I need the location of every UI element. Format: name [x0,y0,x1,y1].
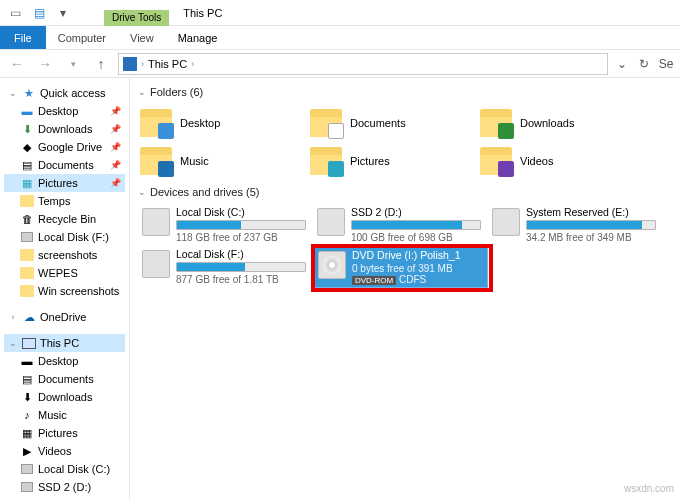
search-icon[interactable]: Se [658,56,674,72]
sidebar-onedrive[interactable]: › ☁ OneDrive [4,308,125,326]
collapse-icon[interactable]: ⌄ [8,88,18,98]
sidebar-pc-ssd2[interactable]: SSD 2 (D:) [4,478,125,496]
capacity-bar [351,220,481,230]
tab-view[interactable]: View [118,26,166,49]
sidebar-item-documents[interactable]: ▤Documents📌 [4,156,125,174]
sidebar-pc-local-c[interactable]: Local Disk (C:) [4,460,125,478]
content-pane: ⌄ Folders (6) Desktop Documents Download… [130,78,680,500]
music-icon: ♪ [20,408,34,422]
address-bar[interactable]: › This PC › [118,53,608,75]
chevron-right-icon[interactable]: › [191,59,194,69]
videos-icon: ▶ [20,444,34,458]
new-folder-icon[interactable]: ▾ [52,2,74,24]
folder-icon [310,109,342,137]
sidebar-this-pc[interactable]: ⌄ This PC [4,334,125,352]
folder-icon [480,147,512,175]
drive-local-c[interactable]: Local Disk (C:) 118 GB free of 237 GB [138,204,313,246]
dvd-rom-badge: DVD-ROM [352,276,396,285]
chevron-right-icon[interactable]: › [141,59,144,69]
address-bar-row: ← → ▾ ↑ › This PC › ⌄ ↻ Se [0,50,680,78]
watermark: wsxdn.com [624,483,674,494]
sidebar-pc-videos[interactable]: ▶Videos [4,442,125,460]
sidebar-pc-documents[interactable]: ▤Documents [4,370,125,388]
sidebar-item-downloads[interactable]: ⬇Downloads📌 [4,120,125,138]
downloads-icon: ⬇ [20,390,34,404]
sidebar-item-temps[interactable]: Temps [4,192,125,210]
collapse-icon[interactable]: ⌄ [138,87,146,97]
file-tab[interactable]: File [0,26,46,49]
group-header-folders[interactable]: ⌄ Folders (6) [138,86,672,98]
nav-back-button[interactable]: ← [6,53,28,75]
folders-grid: Desktop Documents Downloads Music Pictur… [138,104,672,180]
folder-icon [20,285,34,297]
sidebar-item-wepes[interactable]: WEPES [4,264,125,282]
window-title: This PC [183,7,222,19]
drives-grid: Local Disk (C:) 118 GB free of 237 GB SS… [138,204,672,288]
main-split: ⌄ ★ Quick access ▬Desktop📌 ⬇Downloads📌 ◆… [0,78,680,500]
sidebar-item-google-drive[interactable]: ◆Google Drive📌 [4,138,125,156]
properties-icon[interactable]: ▤ [28,2,50,24]
hdd-icon [142,250,170,278]
sidebar-item-desktop[interactable]: ▬Desktop📌 [4,102,125,120]
folder-pictures[interactable]: Pictures [308,142,478,180]
sidebar-pc-music[interactable]: ♪Music [4,406,125,424]
hdd-icon [142,208,170,236]
folder-documents[interactable]: Documents [308,104,478,142]
tab-computer[interactable]: Computer [46,26,118,49]
drive-system-reserved-e[interactable]: System Reserved (E:) 34.2 MB free of 349… [488,204,663,246]
pin-icon: 📌 [110,178,121,188]
sidebar-item-recycle-bin[interactable]: 🗑Recycle Bin [4,210,125,228]
folder-icon [140,147,172,175]
drive-ssd2-d[interactable]: SSD 2 (D:) 100 GB free of 698 GB [313,204,488,246]
sidebar-pc-downloads[interactable]: ⬇Downloads [4,388,125,406]
folder-icon [480,109,512,137]
folder-desktop[interactable]: Desktop [138,104,308,142]
collapse-icon[interactable]: ⌄ [8,338,18,348]
sidebar-label: Quick access [40,87,105,99]
quick-access-toolbar: ▭ ▤ ▾ [0,2,74,24]
refresh-icon[interactable]: ↻ [636,56,652,72]
nav-recent-dropdown[interactable]: ▾ [62,53,84,75]
sidebar-pc-system-reserved[interactable]: System Reserved [4,496,125,500]
pictures-icon: ▦ [20,176,34,190]
pin-icon: 📌 [110,160,121,170]
group-header-drives[interactable]: ⌄ Devices and drives (5) [138,186,672,198]
sidebar-item-win-screenshots[interactable]: Win screenshots [4,282,125,300]
drive-dvd-i[interactable]: DVD Drive (I:) Polish_1 0 bytes free of … [313,246,488,288]
hdd-icon [492,208,520,236]
tab-manage[interactable]: Manage [166,26,230,49]
pin-icon: 📌 [110,124,121,134]
capacity-bar [526,220,656,230]
gdrive-icon: ◆ [20,140,34,154]
nav-forward-button: → [34,53,56,75]
chevron-down-icon[interactable]: ⌄ [614,56,630,72]
folder-videos[interactable]: Videos [478,142,648,180]
sidebar-pc-pictures[interactable]: ▦Pictures [4,424,125,442]
back-history-icon[interactable]: ▭ [4,2,26,24]
this-pc-icon [123,57,137,71]
pin-icon: 📌 [110,142,121,152]
title-bar: ▭ ▤ ▾ Drive Tools This PC [0,0,680,26]
drive-local-f[interactable]: Local Disk (F:) 877 GB free of 1.81 TB [138,246,313,288]
folder-icon [20,249,34,261]
sidebar-item-pictures[interactable]: ▦Pictures📌 [4,174,125,192]
sidebar-pc-desktop[interactable]: ▬Desktop [4,352,125,370]
documents-icon: ▤ [20,158,34,172]
desktop-icon: ▬ [20,104,34,118]
folder-downloads[interactable]: Downloads [478,104,648,142]
sidebar-item-local-disk-f[interactable]: Local Disk (F:) [4,228,125,246]
sidebar-item-screenshots[interactable]: screenshots [4,246,125,264]
folder-icon [140,109,172,137]
onedrive-icon: ☁ [22,310,36,324]
collapse-icon[interactable]: ⌄ [138,187,146,197]
disk-icon [21,482,33,492]
folder-music[interactable]: Music [138,142,308,180]
breadcrumb-this-pc[interactable]: This PC [148,58,187,70]
sidebar-quick-access[interactable]: ⌄ ★ Quick access [4,84,125,102]
capacity-bar [176,262,306,272]
pin-icon: 📌 [110,106,121,116]
contextual-tab-drive-tools: Drive Tools [104,10,169,26]
nav-up-button[interactable]: ↑ [90,53,112,75]
expand-icon[interactable]: › [8,312,18,322]
folder-icon [310,147,342,175]
